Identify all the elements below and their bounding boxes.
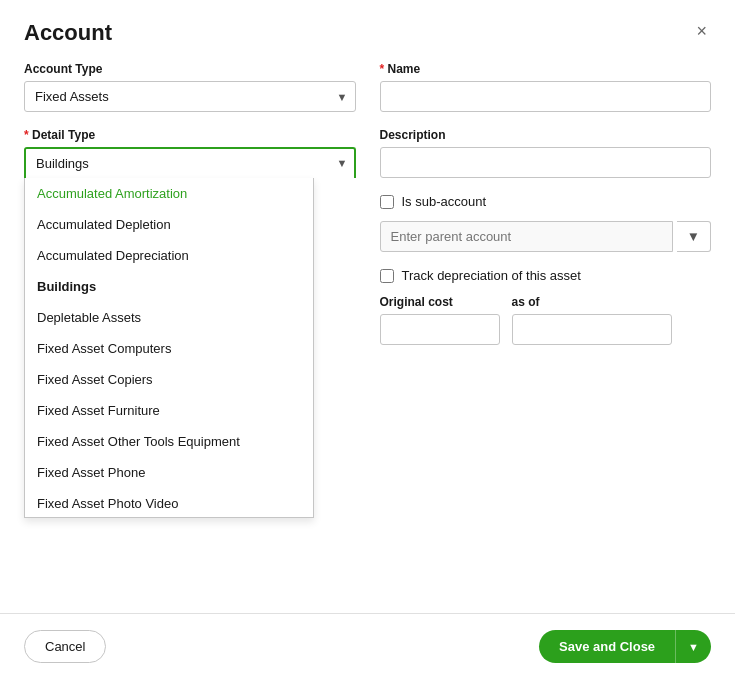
dropdown-item-fixed-asset-furniture[interactable]: Fixed Asset Furniture [25,395,313,426]
left-col: Account Type Fixed Assets ▼ * Detail Typ… [24,62,356,345]
dropdown-item-depletable-assets[interactable]: Depletable Assets [25,302,313,333]
as-of-input[interactable] [512,314,672,345]
account-type-select-wrapper: Fixed Assets ▼ [24,81,356,112]
dropdown-item-fixed-asset-other-tools[interactable]: Fixed Asset Other Tools Equipment [25,426,313,457]
modal-title: Account [24,20,112,46]
right-col: * Name Description Is sub-account [380,62,712,345]
track-depreciation-row: Track depreciation of this asset [380,268,712,283]
original-cost-field: Original cost [380,295,500,345]
save-close-group: Save and Close ▼ [539,630,711,663]
original-cost-input[interactable] [380,314,500,345]
description-label: Description [380,128,712,142]
save-close-dropdown-btn[interactable]: ▼ [675,630,711,663]
name-label: * Name [380,62,712,76]
parent-account-row: ▼ [380,221,712,252]
account-type-label: Account Type [24,62,356,76]
modal-body: Account Type Fixed Assets ▼ * Detail Typ… [0,54,735,613]
dropdown-item-buildings[interactable]: Buildings [25,271,313,302]
detail-type-dropdown: Accumulated Amortization Accumulated Dep… [24,178,314,518]
modal-header: Account × [0,0,735,54]
track-depreciation-checkbox[interactable] [380,269,394,283]
modal-footer: Cancel Save and Close ▼ [0,613,735,679]
name-input[interactable] [380,81,712,112]
cancel-button[interactable]: Cancel [24,630,106,663]
dropdown-item-fixed-asset-phone[interactable]: Fixed Asset Phone [25,457,313,488]
top-form-row: Account Type Fixed Assets ▼ * Detail Typ… [24,62,711,345]
detail-type-required-star: * [24,128,29,142]
dropdown-item-accumulated-amortization[interactable]: Accumulated Amortization [25,178,313,209]
account-type-select[interactable]: Fixed Assets [24,81,356,112]
as-of-field: as of [512,295,672,345]
description-field: Description [380,128,712,178]
dropdown-item-fixed-asset-copiers[interactable]: Fixed Asset Copiers [25,364,313,395]
original-cost-row: Original cost as of [380,295,712,345]
dropdown-item-accumulated-depletion[interactable]: Accumulated Depletion [25,209,313,240]
detail-type-field: * Detail Type Buildings ▼ Accumulated Am… [24,128,356,178]
account-type-field: Account Type Fixed Assets ▼ [24,62,356,112]
name-required-star: * [380,62,385,76]
parent-account-dropdown-btn[interactable]: ▼ [677,221,711,252]
parent-account-input[interactable] [380,221,673,252]
detail-type-select-wrapper: Buildings ▼ [24,147,356,178]
dropdown-item-fixed-asset-computers[interactable]: Fixed Asset Computers [25,333,313,364]
description-input[interactable] [380,147,712,178]
close-button[interactable]: × [692,20,711,42]
is-sub-account-label: Is sub-account [402,194,487,209]
as-of-label: as of [512,295,672,309]
detail-type-select[interactable]: Buildings [24,147,356,178]
is-sub-account-checkbox[interactable] [380,195,394,209]
dropdown-item-accumulated-depreciation[interactable]: Accumulated Depreciation [25,240,313,271]
modal: Account × Account Type Fixed Assets ▼ [0,0,735,679]
track-depreciation-label: Track depreciation of this asset [402,268,581,283]
name-field: * Name [380,62,712,112]
is-sub-account-row: Is sub-account [380,194,712,209]
dropdown-item-fixed-asset-photo-video[interactable]: Fixed Asset Photo Video [25,488,313,518]
detail-type-label: * Detail Type [24,128,356,142]
save-close-button[interactable]: Save and Close [539,630,675,663]
original-cost-label: Original cost [380,295,500,309]
